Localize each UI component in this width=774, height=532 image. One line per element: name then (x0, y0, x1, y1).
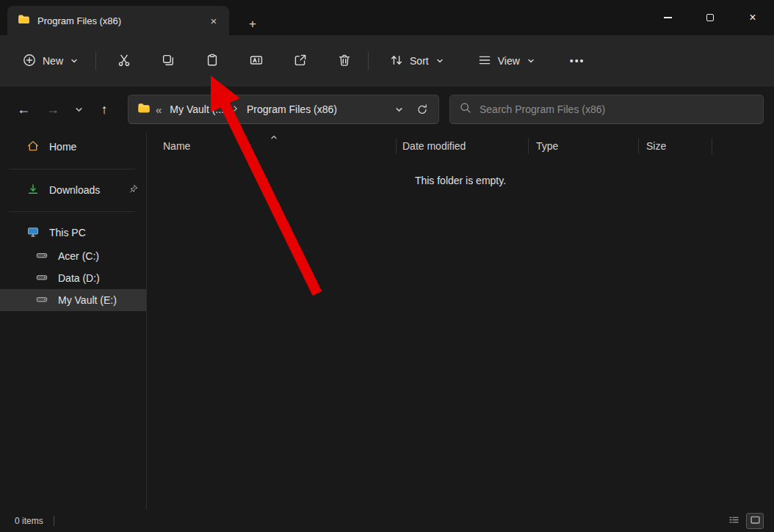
trash-icon (337, 53, 352, 70)
breadcrumb-parent[interactable]: My Vault (... (167, 101, 227, 118)
items-count: 0 items (15, 516, 43, 526)
copy-button[interactable] (153, 47, 183, 75)
folder-icon (18, 14, 30, 28)
new-plus-icon (22, 53, 37, 70)
paste-clipboard-icon (205, 53, 220, 70)
sidebar-item-label: Downloads (49, 184, 100, 196)
back-button[interactable]: ← (10, 96, 37, 123)
empty-folder-message: This folder is empty. (147, 175, 774, 186)
column-header-date-modified[interactable]: Date modified (397, 138, 529, 154)
tab-program-files[interactable]: Program Files (x86) × (7, 6, 229, 35)
recent-locations-button[interactable] (69, 96, 88, 123)
window-controls: × (646, 0, 774, 35)
sidebar-item-data-d[interactable]: Data (D:) (0, 267, 146, 289)
large-thumbnails-view-button[interactable] (746, 513, 764, 529)
sidebar-item-my-vault-e[interactable]: My Vault (E:) (0, 289, 146, 311)
column-header-size[interactable]: Size (639, 138, 712, 154)
cut-button[interactable] (109, 47, 139, 75)
sort-button[interactable]: Sort (382, 47, 451, 75)
column-headers: Name Date modified Type Size (147, 135, 774, 157)
sort-arrows-icon (389, 53, 404, 70)
tab-title: Program Files (x86) (37, 15, 197, 26)
more-options-button[interactable]: ••• (563, 47, 593, 75)
delete-button[interactable] (330, 47, 359, 75)
scissors-icon (117, 53, 131, 70)
chevron-right-icon (232, 103, 239, 115)
thumbnails-view-icon (750, 514, 761, 528)
search-input[interactable] (480, 103, 754, 115)
toolbar-divider (368, 51, 369, 70)
sidebar: Home Downloads This PC Acer (C:) (0, 132, 146, 510)
new-button-label: New (43, 55, 63, 67)
address-dropdown-button[interactable] (388, 99, 409, 120)
minimize-icon (664, 17, 672, 18)
downloads-icon (26, 183, 40, 198)
new-tab-button[interactable]: + (243, 14, 262, 33)
view-button-label: View (498, 55, 520, 67)
sort-ascending-chevron-icon (270, 131, 278, 144)
monitor-icon (26, 225, 40, 241)
sidebar-divider (9, 211, 135, 212)
view-button[interactable]: View (470, 47, 542, 75)
share-icon (293, 53, 308, 70)
details-view-button[interactable] (725, 513, 742, 529)
forward-button[interactable]: → (40, 96, 66, 123)
drive-icon (35, 271, 48, 286)
tab-close-icon[interactable]: × (204, 11, 223, 30)
file-list-area: Name Date modified Type Size This folder… (147, 132, 774, 510)
drive-icon (35, 249, 48, 264)
chevron-down-icon (527, 55, 535, 67)
sidebar-divider (9, 169, 135, 170)
toolbar-divider (95, 51, 96, 70)
address-bar[interactable]: « My Vault (... Program Files (x86) (128, 95, 439, 124)
sidebar-item-label: My Vault (E:) (58, 294, 117, 306)
view-lines-icon (477, 53, 492, 70)
new-button[interactable]: New (15, 47, 85, 75)
details-view-icon (728, 514, 739, 528)
copy-icon (161, 53, 176, 70)
drive-icon (35, 293, 48, 308)
view-toggles (725, 513, 764, 529)
sort-button-label: Sort (410, 55, 429, 67)
breadcrumb-current[interactable]: Program Files (x86) (244, 101, 340, 118)
search-box[interactable] (449, 95, 764, 124)
column-header-type[interactable]: Type (529, 138, 639, 154)
maximize-button[interactable] (689, 0, 731, 35)
status-bar: 0 items (0, 510, 774, 532)
command-bar: New (0, 35, 774, 87)
share-button[interactable] (286, 47, 315, 75)
up-button[interactable]: ↑ (91, 96, 117, 123)
sidebar-item-label: Acer (C:) (58, 250, 99, 262)
sidebar-item-label: Data (D:) (58, 272, 100, 284)
chevron-down-icon (70, 55, 78, 67)
rename-icon (249, 53, 264, 70)
sidebar-item-this-pc[interactable]: This PC (0, 222, 146, 244)
pin-icon (129, 184, 139, 197)
paste-button[interactable] (198, 47, 227, 75)
folder-icon (137, 103, 151, 116)
home-icon (26, 139, 40, 155)
rename-button[interactable] (242, 47, 271, 75)
sidebar-item-home[interactable]: Home (0, 135, 146, 158)
statusbar-divider (54, 516, 54, 526)
chevron-down-icon (436, 55, 444, 67)
breadcrumb-overflow[interactable]: « (156, 103, 162, 116)
sidebar-item-acer-c[interactable]: Acer (C:) (0, 245, 146, 267)
file-explorer-window: Program Files (x86) × + × New (0, 0, 774, 532)
sidebar-item-label: Home (49, 141, 76, 153)
minimize-button[interactable] (646, 0, 689, 35)
navigation-bar: ← → ↑ « My Vault (... Program Files (x86… (0, 87, 774, 132)
close-button[interactable]: × (731, 0, 774, 35)
sidebar-item-downloads[interactable]: Downloads (0, 178, 146, 203)
maximize-icon (706, 14, 714, 21)
refresh-button[interactable] (412, 99, 433, 120)
search-icon (459, 101, 472, 117)
titlebar: Program Files (x86) × + × (0, 0, 774, 35)
sidebar-item-label: This PC (49, 227, 86, 238)
